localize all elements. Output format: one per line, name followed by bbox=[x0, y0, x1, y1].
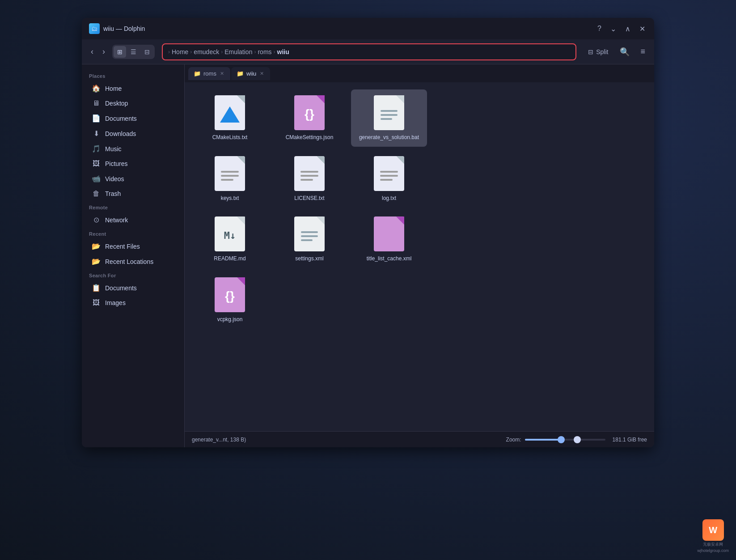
content-area: 📁 roms ✕ 📁 wiiu ✕ bbox=[185, 64, 654, 447]
titlebar-left: 🗂 wiiu — Dolphin bbox=[89, 23, 145, 34]
sidebar-desktop-label: Desktop bbox=[105, 100, 128, 107]
tab-roms-close[interactable]: ✕ bbox=[219, 70, 225, 77]
zoom-track bbox=[525, 439, 561, 441]
help-button[interactable]: ? bbox=[596, 23, 603, 34]
file-item-generate-vs[interactable]: generate_vs_solution.bat bbox=[351, 89, 427, 147]
file-item-settings-xml[interactable]: settings.xml bbox=[271, 211, 347, 268]
file-label-generate-vs: generate_vs_solution.bat bbox=[359, 134, 419, 141]
watermark: W 无极安卓网 wjhotelgroup.com bbox=[697, 519, 729, 553]
watermark-logo: W bbox=[702, 519, 724, 541]
sidebar-item-pictures[interactable]: 🖼 Pictures bbox=[85, 157, 182, 171]
view-tree-button[interactable]: ⊟ bbox=[141, 46, 153, 58]
readme-icon-wrap: M↓ bbox=[212, 216, 248, 252]
md-file-icon: M↓ bbox=[215, 216, 245, 251]
tab-wiiu-icon: 📁 bbox=[237, 70, 244, 77]
sidebar-item-downloads[interactable]: ⬇ Downloads bbox=[85, 126, 182, 141]
network-icon: ⊙ bbox=[92, 216, 101, 224]
zoom-handle-2[interactable] bbox=[574, 436, 581, 443]
file-item-title-list-cache[interactable]: title_list_cache.xml bbox=[351, 211, 427, 268]
close-button[interactable]: ✕ bbox=[638, 23, 647, 35]
search-images-icon: 🖼 bbox=[92, 299, 101, 307]
zoom-handle-1[interactable] bbox=[558, 436, 565, 443]
sidebar-downloads-label: Downloads bbox=[105, 130, 136, 137]
sidebar-item-search-docs[interactable]: 📋 Documents bbox=[85, 280, 182, 295]
tabs-bar: 📁 roms ✕ 📁 wiiu ✕ bbox=[185, 64, 654, 82]
chevron-icon-0: › bbox=[168, 49, 170, 55]
recent-locations-icon: 📂 bbox=[92, 257, 101, 266]
free-space-label: 181.1 GiB free bbox=[613, 437, 647, 443]
file-item-keys[interactable]: keys.txt bbox=[192, 150, 268, 208]
sidebar-item-music[interactable]: 🎵 Music bbox=[85, 141, 182, 156]
tab-roms[interactable]: 📁 roms ✕ bbox=[188, 67, 230, 80]
tab-wiiu-label: wiiu bbox=[246, 70, 256, 77]
cmake-file-icon bbox=[215, 95, 245, 130]
breadcrumb-emulation[interactable]: Emulation bbox=[224, 48, 252, 55]
split-button[interactable]: ⊟ Split bbox=[584, 46, 613, 58]
zoom-section: Zoom: bbox=[506, 437, 605, 443]
trash-icon: 🗑 bbox=[92, 190, 101, 198]
sidebar-item-network[interactable]: ⊙ Network bbox=[85, 212, 182, 227]
xml-purple-file-icon bbox=[374, 216, 404, 251]
desktop-icon: 🖥 bbox=[92, 99, 101, 107]
search-button[interactable]: 🔍 bbox=[616, 44, 633, 59]
search-section-label: Search For bbox=[82, 269, 184, 280]
search-docs-icon: 📋 bbox=[92, 284, 101, 292]
file-label-cmakesettings: CMakeSettings.json bbox=[286, 134, 334, 141]
file-label-vcpkg: vcpkg.json bbox=[217, 316, 243, 323]
txt-file-icon-log bbox=[374, 156, 404, 191]
tab-wiiu-close[interactable]: ✕ bbox=[259, 70, 265, 77]
sidebar-item-recent-files[interactable]: 📂 Recent Files bbox=[85, 239, 182, 254]
breadcrumb-emudeck[interactable]: emudeck bbox=[194, 48, 219, 55]
file-label-settings-xml: settings.xml bbox=[295, 255, 323, 263]
file-item-vcpkg[interactable]: {} vcpkg.json bbox=[192, 272, 268, 329]
sidebar-item-search-images[interactable]: 🖼 Images bbox=[85, 296, 182, 310]
sidebar-item-videos[interactable]: 📹 Videos bbox=[85, 171, 182, 186]
zoom-slider[interactable] bbox=[525, 439, 605, 441]
file-item-cmakelists[interactable]: CMakeLists.txt bbox=[192, 89, 268, 147]
home-icon: 🏠 bbox=[92, 84, 101, 93]
forward-button[interactable]: › bbox=[99, 44, 109, 59]
breadcrumb-roms[interactable]: roms bbox=[258, 48, 271, 55]
file-label-cmakelists: CMakeLists.txt bbox=[212, 134, 248, 141]
file-item-readme[interactable]: M↓ README.md bbox=[192, 211, 268, 268]
sidebar-item-desktop[interactable]: 🖥 Desktop bbox=[85, 96, 182, 110]
music-icon: 🎵 bbox=[92, 144, 101, 153]
txt-file-icon-license bbox=[294, 156, 325, 191]
sidebar-item-trash[interactable]: 🗑 Trash bbox=[85, 187, 182, 201]
split-label: Split bbox=[596, 48, 608, 55]
keys-icon-wrap bbox=[212, 156, 248, 191]
window-title: wiiu — Dolphin bbox=[103, 25, 145, 32]
sidebar-item-recent-locations[interactable]: 📂 Recent Locations bbox=[85, 254, 182, 269]
watermark-text-2: wjhotelgroup.com bbox=[697, 548, 729, 553]
sidebar-item-home[interactable]: 🏠 Home bbox=[85, 81, 182, 96]
breadcrumb-wiiu[interactable]: wiiu bbox=[277, 48, 289, 55]
breadcrumb-home[interactable]: Home bbox=[172, 48, 188, 55]
sidebar-network-label: Network bbox=[105, 216, 128, 224]
chevron-icon-3: › bbox=[254, 49, 256, 55]
maximize-button[interactable]: ∧ bbox=[623, 23, 632, 35]
cmakesettings-icon-wrap: {} bbox=[292, 95, 327, 131]
sidebar-pictures-label: Pictures bbox=[105, 160, 128, 167]
file-item-cmakesettings[interactable]: {} CMakeSettings.json bbox=[271, 89, 347, 147]
sidebar-recent-locations-label: Recent Locations bbox=[105, 258, 153, 265]
file-item-license[interactable]: LICENSE.txt bbox=[271, 150, 347, 208]
sidebar-item-documents[interactable]: 📄 Documents bbox=[85, 111, 182, 126]
back-button[interactable]: ‹ bbox=[87, 44, 97, 59]
chevron-icon-1: › bbox=[190, 49, 192, 55]
file-grid: CMakeLists.txt {} CMakeSettings.json bbox=[185, 82, 654, 431]
tab-wiiu[interactable]: 📁 wiiu ✕ bbox=[231, 67, 270, 80]
json-file-icon: {} bbox=[294, 95, 325, 130]
menu-button[interactable]: ≡ bbox=[637, 44, 649, 59]
zoom-label: Zoom: bbox=[506, 437, 521, 443]
generate-vs-icon-wrap bbox=[371, 95, 407, 131]
sidebar-home-label: Home bbox=[105, 85, 122, 92]
minimize-button[interactable]: ⌄ bbox=[609, 23, 618, 35]
license-icon-wrap bbox=[292, 156, 327, 191]
log-icon-wrap bbox=[371, 156, 407, 191]
places-section-label: Places bbox=[82, 70, 184, 81]
view-toggle-group: ⊞ ☰ ⊟ bbox=[112, 45, 155, 59]
file-item-log[interactable]: log.txt bbox=[351, 150, 427, 208]
app-icon: 🗂 bbox=[89, 23, 100, 34]
view-compact-button[interactable]: ☰ bbox=[127, 46, 140, 58]
view-icons-button[interactable]: ⊞ bbox=[114, 46, 126, 58]
